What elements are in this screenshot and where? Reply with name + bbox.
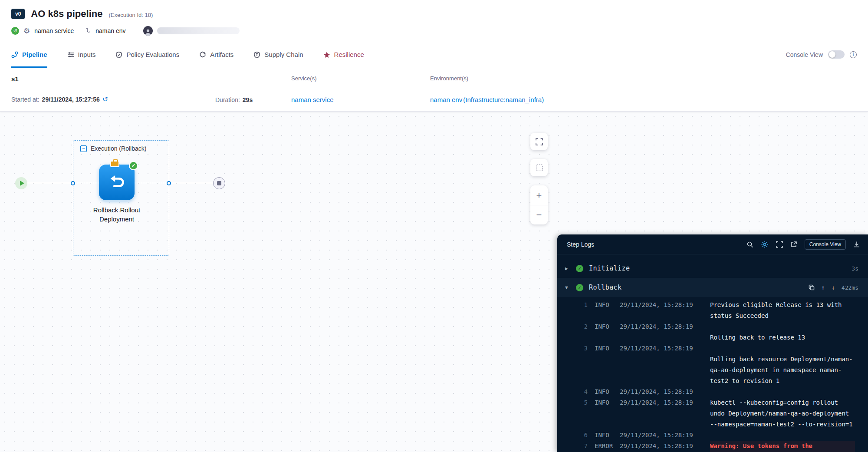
success-badge-icon: ✓: [129, 161, 138, 170]
log-timestamp: 29/11/2024, 15:28:19: [620, 386, 710, 397]
log-line-number: 2: [575, 321, 588, 332]
marquee-select-icon: [536, 165, 542, 171]
success-check-icon: ✓: [576, 265, 583, 272]
rollback-icon: [107, 172, 127, 192]
log-line-number: 1: [575, 300, 588, 310]
log-line: 4 INFO 29/11/2024, 15:28:19: [557, 386, 868, 397]
step-label: Rollback Rollout Deployment: [77, 205, 156, 224]
log-message: Rolling back to release 13: [710, 321, 855, 343]
log-message: Previous eligible Release is 13 with sta…: [710, 300, 855, 321]
supply-chain-icon: [253, 51, 260, 58]
scroll-down-icon[interactable]: ↓: [831, 284, 835, 291]
search-icon[interactable]: [746, 241, 753, 248]
zoom-in-button[interactable]: +: [530, 185, 548, 205]
log-message: kubectl --kubeconfig=config rollout undo…: [710, 397, 855, 430]
log-line-number: 6: [575, 430, 588, 441]
expand-icon[interactable]: [776, 241, 783, 248]
service-name[interactable]: naman service: [34, 27, 74, 34]
tab-inputs[interactable]: Inputs: [67, 41, 96, 68]
tab-supply-chain[interactable]: Supply Chain: [253, 41, 303, 68]
download-icon[interactable]: [853, 241, 860, 248]
resilience-icon: [323, 51, 330, 58]
log-level: INFO: [595, 430, 620, 441]
section-duration: 3s: [852, 265, 858, 272]
tab-bar: Pipeline Inputs Policy Evaluations Artif…: [0, 41, 868, 68]
canvas-fullscreen-button[interactable]: [530, 133, 548, 150]
log-section-initialize[interactable]: ▶ ✓ Initialize 3s: [557, 259, 868, 278]
log-level: INFO: [595, 321, 620, 332]
environments-label: Environment(s): [430, 75, 544, 82]
settings-gear-icon[interactable]: [761, 241, 769, 248]
log-level: INFO: [595, 343, 620, 354]
log-level: ERROR: [595, 441, 620, 452]
log-timestamp: 29/11/2024, 15:28:19: [620, 321, 710, 332]
edge-start-to-group: [27, 183, 71, 183]
edge-group-to-end: [171, 183, 213, 183]
log-level: INFO: [595, 386, 620, 397]
zoom-out-button[interactable]: −: [530, 205, 548, 224]
log-level: INFO: [595, 300, 620, 310]
play-icon: [20, 181, 24, 186]
log-section-rollback[interactable]: ▼ ✓ Rollback ↑ ↓ 422ms: [557, 278, 868, 297]
infrastructure-link[interactable]: (Infrastructure:naman_infra): [463, 96, 544, 103]
rollback-step-node[interactable]: ✓: [99, 165, 135, 200]
copy-icon[interactable]: [809, 284, 815, 290]
info-icon[interactable]: i: [850, 51, 857, 58]
gear-icon[interactable]: ⚙: [23, 26, 30, 36]
log-timestamp: 29/11/2024, 15:28:19: [620, 397, 710, 408]
scroll-up-icon[interactable]: ↑: [821, 284, 825, 291]
version-badge: v0: [11, 9, 25, 19]
stop-icon: [217, 181, 221, 185]
step-logs-panel: Step Logs Console View: [557, 234, 868, 452]
log-timestamp: 29/11/2024, 15:28:19: [620, 441, 710, 452]
tab-policy-evaluations[interactable]: Policy Evaluations: [115, 41, 179, 68]
log-panel-header: Step Logs Console View: [557, 234, 868, 254]
log-line: 5 INFO 29/11/2024, 15:28:19 kubectl --ku…: [557, 397, 868, 430]
history-icon[interactable]: ↺: [102, 95, 108, 103]
tab-resilience[interactable]: Resilience: [323, 41, 364, 68]
console-view-button[interactable]: Console View: [805, 239, 846, 250]
success-check-icon: ✓: [576, 284, 583, 291]
page-header: v0 AO k8s pipeline (Execution Id: 18) ↺ …: [0, 0, 868, 41]
started-at: Started at: 29/11/2024, 15:27:56 ↺: [11, 95, 215, 103]
log-line: 7 ERROR 29/11/2024, 15:28:19 Warning: Us…: [557, 441, 868, 452]
console-view-toggle[interactable]: [828, 50, 845, 59]
chevron-right-icon: ▶: [565, 266, 570, 271]
log-level: INFO: [595, 397, 620, 408]
environment-name[interactable]: naman env: [95, 27, 125, 34]
log-line-number: 5: [575, 397, 588, 408]
tab-artifacts[interactable]: Artifacts: [199, 41, 233, 68]
environment-icon: [84, 27, 91, 34]
log-line-number: 3: [575, 343, 588, 354]
start-node: [15, 177, 27, 189]
log-lines: 1 INFO 29/11/2024, 15:28:19 Previous eli…: [557, 297, 868, 452]
open-in-new-icon[interactable]: [790, 241, 797, 248]
tab-pipeline[interactable]: Pipeline: [11, 41, 47, 68]
log-line: 1 INFO 29/11/2024, 15:28:19 Previous eli…: [557, 300, 868, 321]
log-timestamp: 29/11/2024, 15:28:19: [620, 300, 710, 310]
user-avatar[interactable]: [143, 26, 153, 36]
execution-id: (Execution Id: 18): [108, 10, 153, 18]
log-panel-title: Step Logs: [567, 241, 594, 248]
redacted-username: [157, 27, 240, 34]
app-root: v0 AO k8s pipeline (Execution Id: 18) ↺ …: [0, 0, 868, 452]
end-node: [213, 177, 225, 189]
console-view-label: Console View: [786, 51, 823, 58]
environment-link[interactable]: naman env: [430, 96, 462, 103]
log-line-number: 4: [575, 386, 588, 397]
chevron-down-icon: ▼: [565, 285, 570, 290]
collapse-icon[interactable]: −: [80, 145, 87, 152]
pipeline-canvas[interactable]: − Execution (Rollback) ✓ Rollback Rollou…: [0, 112, 868, 452]
log-message: Rolling back resource Deployment/naman-q…: [710, 343, 855, 386]
stage-name[interactable]: s1: [11, 75, 215, 82]
canvas-select-button[interactable]: [530, 159, 548, 176]
log-line: 2 INFO 29/11/2024, 15:28:19 Rolling back…: [557, 321, 868, 343]
section-duration: 422ms: [842, 284, 858, 291]
briefcase-badge-icon: [110, 161, 119, 167]
shield-check-icon: [115, 51, 122, 58]
log-timestamp: 29/11/2024, 15:28:19: [620, 430, 710, 441]
page-title: AO k8s pipeline: [31, 8, 102, 20]
service-link[interactable]: naman service: [291, 96, 430, 103]
log-line: 6 INFO 29/11/2024, 15:28:19: [557, 430, 868, 441]
pipeline-icon: [11, 51, 18, 58]
